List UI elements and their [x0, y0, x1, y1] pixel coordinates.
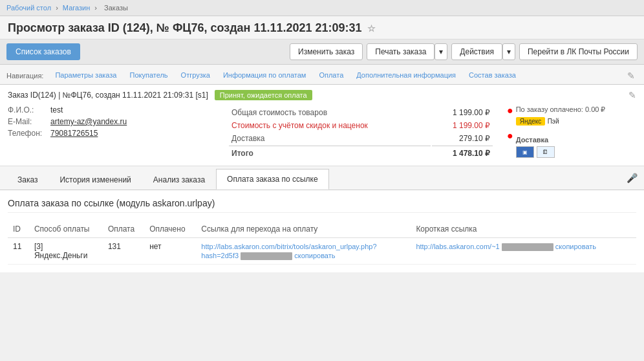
cell-method: [3] Яндекс.Деньги: [29, 238, 103, 265]
edit-order-button[interactable]: Изменить заказ: [290, 43, 363, 60]
phone-value[interactable]: 79081726515: [50, 129, 98, 138]
payment-table: ID Способ оплаты Оплата Оплачено Ссылка …: [8, 221, 636, 265]
payment-link[interactable]: http://labs.askaron.com/bitrix/tools/ask…: [201, 243, 376, 259]
payment-summary: ● По заказу оплачено: 0.00 ₽ Яндекс Пэй …: [507, 105, 636, 160]
name-value: test: [50, 105, 63, 115]
customer-info: Ф.И.О.: test E-Mail: artemy-az@yandex.ru…: [8, 105, 215, 160]
name-label: Ф.И.О.:: [8, 105, 47, 115]
cell-link: http://labs.askaron.com/bitrix/tools/ask…: [196, 238, 399, 265]
toolbar: Список заказов Изменить заказ Печать зак…: [0, 39, 644, 65]
tab-order[interactable]: Заказ: [6, 170, 48, 190]
go-to-post-button[interactable]: Перейти в ЛК Почты России: [519, 43, 638, 60]
pay-label: Пэй: [548, 118, 559, 125]
breadcrumb: Рабочий стол › Магазин › Заказы: [0, 0, 644, 16]
discount-label: Стоимость с учётом скидок и наценок: [229, 120, 431, 131]
red-dot-payment: ●: [507, 105, 513, 116]
delivery-payment-title: Доставка: [516, 136, 555, 144]
nav-tab-buyer[interactable]: Покупатель: [123, 67, 174, 84]
print-order-dropdown[interactable]: ▾: [435, 43, 447, 60]
col-id: ID: [8, 221, 29, 238]
email-value[interactable]: artemy-az@yandex.ru: [50, 117, 127, 126]
totals-info: Общая стоимость товаров 1 199.00 ₽ Стоим…: [228, 105, 494, 160]
masked-part2: [502, 243, 553, 251]
order-id-text: Заказ ID(124) | №ФЦ76, создан 11.11.2021…: [8, 91, 208, 100]
tab-history[interactable]: История изменений: [48, 170, 142, 190]
short-link[interactable]: http://labs.askaron.com/~1: [416, 243, 555, 250]
goods-value: 1 199.00 ₽: [432, 107, 493, 118]
nav-tab-extra[interactable]: Дополнительная информация: [350, 67, 462, 84]
cell-paid: нет: [144, 238, 196, 265]
col-paid: Оплачено: [144, 221, 196, 238]
actions-button[interactable]: Действия: [451, 43, 502, 60]
cell-amount: 131: [103, 238, 144, 265]
cell-short-link: http://labs.askaron.com/~1 скопировать: [411, 238, 625, 265]
content-section: Оплата заказа по ссылке (модуль askaron.…: [0, 190, 644, 272]
breadcrumb-sep2: ›: [94, 4, 97, 12]
navigation-label: Навигация:: [6, 68, 43, 83]
tab-payment-link[interactable]: Оплата заказа по ссылке: [216, 169, 329, 190]
bottom-tabs-bar: Заказ История изменений Анализ заказа Оп…: [0, 166, 644, 190]
nav-tab-params[interactable]: Параметры заказа: [48, 67, 123, 84]
phone-label: Телефон:: [8, 129, 47, 138]
total-value: 1 478.10 ₽: [432, 146, 493, 159]
breadcrumb-desktop[interactable]: Рабочий стол: [6, 4, 51, 12]
star-icon[interactable]: ☆: [367, 23, 376, 34]
order-info-section: Заказ ID(124) | №ФЦ76, создан 11.11.2021…: [0, 85, 644, 166]
nav-tab-payment[interactable]: Оплата: [312, 67, 350, 84]
breadcrumb-shop[interactable]: Магазин: [63, 4, 90, 12]
delivery-icon-box2: 🗓: [537, 146, 555, 158]
red-dot-delivery: ●: [507, 131, 513, 141]
tab-mic-icon: 🎤: [627, 173, 638, 183]
breadcrumb-orders: Заказы: [104, 4, 128, 12]
tab-analysis[interactable]: Анализ заказа: [142, 170, 216, 190]
total-label: Итого: [229, 146, 431, 159]
actions-dropdown[interactable]: ▾: [502, 43, 515, 60]
col-method: Способ оплаты: [29, 221, 103, 238]
col-link: Ссылка для перехода на оплату: [196, 221, 411, 238]
nav-edit-icon[interactable]: ✎: [625, 68, 638, 83]
discount-value: 1 199.00 ₽: [432, 120, 493, 131]
page-header: Просмотр заказа ID (124), № ФЦ76, создан…: [0, 16, 644, 39]
yandex-badge: Яндекс: [516, 117, 546, 126]
masked-part: [241, 252, 292, 260]
status-badge: Принят, ожидается оплата: [215, 90, 312, 100]
goods-label: Общая стоимость товаров: [229, 107, 431, 118]
print-order-button[interactable]: Печать заказа: [367, 43, 435, 60]
email-label: E-Mail:: [8, 117, 47, 126]
col-amount: Оплата: [103, 221, 144, 238]
nav-tab-composition[interactable]: Состав заказа: [462, 67, 522, 84]
delivery-icon-flag: ▣: [516, 146, 534, 158]
breadcrumb-sep1: ›: [56, 4, 58, 12]
cell-id: 11: [8, 238, 29, 265]
page-title: Просмотр заказа ID (124), № ФЦ76, создан…: [8, 21, 362, 35]
col-short: Короткая ссылка: [411, 221, 636, 238]
edit-pencil-icon[interactable]: ✎: [628, 90, 636, 100]
section-title: Оплата заказа по ссылке (модуль askaron.…: [8, 198, 636, 213]
delivery-value: 279.10 ₽: [432, 133, 493, 144]
payment-paid-title: По заказу оплачено: 0.00 ₽: [516, 105, 606, 114]
nav-tab-shipment[interactable]: Отгрузка: [175, 67, 217, 84]
delivery-label: Доставка: [229, 133, 431, 144]
table-row: 11 [3] Яндекс.Деньги 131 нет http://labs…: [8, 238, 636, 265]
nav-tab-payments-info[interactable]: Информация по оплатам: [217, 67, 313, 84]
copy-link-button[interactable]: скопировать: [294, 252, 335, 259]
list-orders-button[interactable]: Список заказов: [6, 43, 80, 60]
short-copy-link-button[interactable]: скопировать: [555, 243, 596, 250]
navigation-bar: Навигация: Параметры заказа Покупатель О…: [0, 65, 644, 85]
